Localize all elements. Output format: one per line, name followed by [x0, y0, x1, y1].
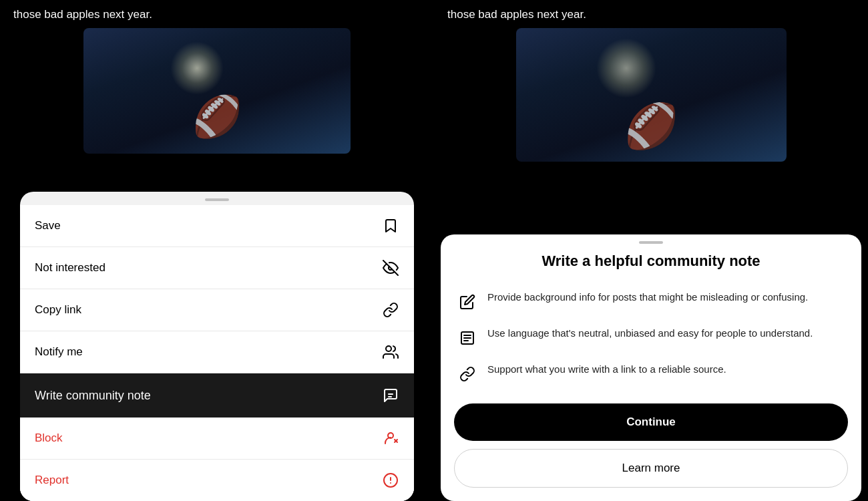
left-background: those bad apples next year. — [0, 0, 434, 154]
block-label: Block — [35, 432, 63, 445]
link-chain-icon — [457, 363, 478, 385]
neutral-language-text: Use language that's neutral, unbiased an… — [487, 326, 813, 340]
report-label: Report — [35, 474, 69, 487]
notify-me-label: Notify me — [35, 345, 83, 359]
left-panel: those bad apples next year. Save Not int… — [0, 0, 434, 501]
eye-off-icon — [382, 259, 399, 277]
feature-background-info: Provide background info for posts that m… — [441, 285, 861, 321]
left-drag-handle-bar — [205, 198, 229, 201]
link-icon — [382, 301, 399, 319]
write-community-note-label: Write community note — [35, 389, 151, 403]
right-panel: those bad apples next year. Write a help… — [434, 0, 868, 501]
feature-reliable-source: Support what you write with a link to a … — [441, 357, 861, 393]
people-icon — [382, 343, 399, 361]
red-items-container: Block Report — [20, 418, 414, 501]
bookmark-icon — [382, 217, 399, 234]
community-note-modal: Write a helpful community note Provide b… — [441, 234, 861, 501]
modal-title: Write a helpful community note — [441, 249, 861, 285]
document-icon — [457, 327, 478, 349]
continue-button[interactable]: Continue — [454, 403, 848, 441]
modal-buttons: Continue Learn more — [441, 393, 861, 488]
left-bottom-sheet: Save Not interested Copy link — [20, 192, 414, 501]
menu-item-report[interactable]: Report — [20, 460, 414, 501]
community-note-icon — [382, 387, 399, 404]
menu-item-notify-me[interactable]: Notify me — [20, 331, 414, 373]
left-post-text: those bad apples next year. — [0, 0, 434, 28]
learn-more-button[interactable]: Learn more — [454, 449, 848, 488]
menu-item-not-interested[interactable]: Not interested — [20, 247, 414, 289]
alert-circle-icon — [382, 472, 399, 489]
right-football-image — [516, 28, 787, 162]
left-football-image — [83, 28, 351, 154]
menu-item-save[interactable]: Save — [20, 205, 414, 247]
edit-note-icon — [457, 291, 478, 313]
reliable-source-text: Support what you write with a link to a … — [487, 362, 726, 376]
svg-point-1 — [386, 346, 391, 351]
feature-neutral-language: Use language that's neutral, unbiased an… — [441, 321, 861, 357]
menu-item-copy-link[interactable]: Copy link — [20, 289, 414, 331]
modal-drag-bar — [639, 241, 663, 244]
modal-drag-handle — [441, 234, 861, 249]
copy-link-label: Copy link — [35, 303, 81, 317]
right-background: those bad apples next year. — [434, 0, 868, 154]
block-person-icon — [382, 430, 399, 447]
menu-item-block[interactable]: Block — [20, 418, 414, 460]
left-drag-handle — [20, 192, 414, 205]
not-interested-label: Not interested — [35, 261, 105, 275]
background-info-text: Provide background info for posts that m… — [487, 290, 808, 304]
menu-item-write-community-note[interactable]: Write community note — [20, 373, 414, 418]
save-label: Save — [35, 219, 61, 232]
right-post-text: those bad apples next year. — [434, 0, 868, 28]
